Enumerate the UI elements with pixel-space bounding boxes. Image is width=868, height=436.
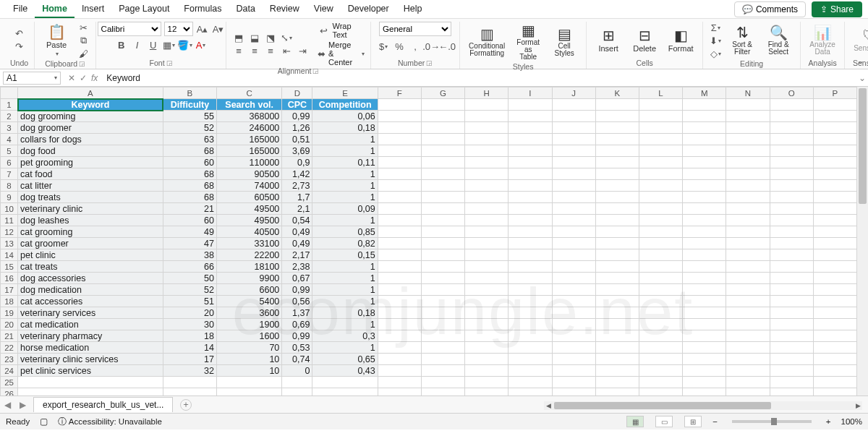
cell[interactable] [683, 342, 726, 354]
dialog-launcher-icon[interactable]: ◲ [79, 60, 85, 67]
cell[interactable]: veterinary clinic [18, 203, 163, 215]
indent-decrease-icon[interactable]: ⇤ [280, 45, 293, 56]
cell[interactable] [726, 319, 770, 330]
font-name-select[interactable]: Calibri [98, 22, 161, 36]
cell[interactable]: veterinary pharmacy [18, 330, 163, 342]
cell[interactable]: 9900 [217, 273, 282, 284]
menu-tab-developer[interactable]: Developer [341, 1, 396, 18]
cell[interactable] [465, 354, 509, 365]
zoom-out-button[interactable]: − [712, 417, 718, 426]
cell[interactable]: pet clinic [18, 249, 163, 261]
cell[interactable]: 55 [163, 111, 216, 122]
cell[interactable]: 0,56 [282, 296, 312, 307]
cell[interactable] [421, 180, 464, 192]
cell[interactable]: 0,67 [282, 273, 312, 284]
cell[interactable] [639, 377, 682, 388]
enter-formula-icon[interactable]: ✓ [80, 73, 87, 83]
cell[interactable] [770, 180, 813, 192]
cell[interactable] [639, 284, 682, 296]
cell[interactable] [465, 99, 509, 111]
cell[interactable] [770, 145, 813, 157]
cell[interactable] [509, 319, 552, 330]
row-header[interactable]: 25 [1, 377, 18, 388]
row-header[interactable]: 13 [1, 238, 18, 249]
cell[interactable] [509, 354, 552, 365]
cell[interactable] [813, 99, 856, 111]
cell[interactable] [683, 296, 726, 307]
cell[interactable] [378, 215, 421, 226]
cell[interactable]: 0,15 [312, 249, 378, 261]
italic-icon[interactable]: I [131, 39, 144, 51]
cell[interactable] [509, 203, 552, 215]
macro-record-icon[interactable]: ▢ [40, 416, 48, 427]
row-header[interactable]: 3 [1, 122, 18, 134]
horizontal-scrollbar[interactable]: ◀ ▶ [544, 401, 862, 410]
cell[interactable]: dog accessories [18, 273, 163, 284]
cell[interactable]: cat accessories [18, 296, 163, 307]
cell[interactable] [465, 365, 509, 377]
cell[interactable] [378, 342, 421, 354]
cell[interactable] [639, 296, 682, 307]
cell[interactable] [421, 215, 464, 226]
cell[interactable] [552, 145, 595, 157]
cell[interactable] [595, 249, 639, 261]
cell[interactable]: 51 [163, 296, 216, 307]
column-header[interactable]: K [595, 87, 639, 99]
cell[interactable] [726, 122, 770, 134]
cell[interactable]: dog groomer [18, 122, 163, 134]
sensitivity-button[interactable]: 🛡Sensitivity [851, 27, 868, 54]
cell[interactable] [421, 354, 464, 365]
cell[interactable] [552, 307, 595, 319]
cell[interactable] [813, 388, 856, 397]
cell[interactable]: 49 [163, 226, 216, 238]
format-painter-icon[interactable]: 🖌 [77, 48, 90, 59]
cell[interactable] [639, 99, 682, 111]
cell[interactable] [726, 296, 770, 307]
cell[interactable] [312, 388, 378, 397]
cell[interactable] [595, 330, 639, 342]
row-header[interactable]: 12 [1, 226, 18, 238]
menu-tab-view[interactable]: View [307, 1, 341, 18]
cell[interactable]: dog grooming [18, 111, 163, 122]
cell[interactable] [770, 99, 813, 111]
cell[interactable] [595, 365, 639, 377]
cell[interactable]: 22200 [217, 249, 282, 261]
cell[interactable] [595, 180, 639, 192]
cell[interactable] [595, 388, 639, 397]
accessibility-status[interactable]: ⓘ Accessibility: Unavailable [58, 416, 162, 427]
cell[interactable]: 1 [312, 342, 378, 354]
cell[interactable] [595, 284, 639, 296]
cell[interactable] [726, 354, 770, 365]
cell[interactable]: cat grooming [18, 226, 163, 238]
cell[interactable]: pet grooming [18, 157, 163, 168]
align-top-icon[interactable]: ⬒ [232, 32, 245, 43]
cell[interactable] [465, 284, 509, 296]
cell[interactable]: 0,49 [282, 226, 312, 238]
cell[interactable] [465, 192, 509, 203]
cell[interactable] [813, 354, 856, 365]
cell[interactable] [595, 226, 639, 238]
zoom-slider[interactable] [732, 420, 812, 423]
cell[interactable] [552, 192, 595, 203]
cell[interactable] [639, 319, 682, 330]
cell[interactable] [813, 203, 856, 215]
column-header[interactable]: C [217, 87, 282, 99]
cell[interactable] [465, 134, 509, 145]
menu-tab-insert[interactable]: Insert [75, 1, 111, 18]
cell[interactable] [639, 203, 682, 215]
cell[interactable] [683, 192, 726, 203]
cell[interactable] [465, 111, 509, 122]
cell[interactable] [813, 111, 856, 122]
cell[interactable]: 0,3 [312, 330, 378, 342]
bold-icon[interactable]: B [115, 39, 128, 51]
cell[interactable] [378, 134, 421, 145]
cell[interactable] [770, 296, 813, 307]
select-all-corner[interactable] [1, 87, 18, 99]
menu-tab-formulas[interactable]: Formulas [176, 1, 229, 18]
cell[interactable] [813, 296, 856, 307]
cell[interactable]: 0,18 [312, 307, 378, 319]
cell[interactable]: 1600 [217, 330, 282, 342]
row-header[interactable]: 19 [1, 307, 18, 319]
cell[interactable]: 10 [217, 365, 282, 377]
cell[interactable]: 18 [163, 330, 216, 342]
